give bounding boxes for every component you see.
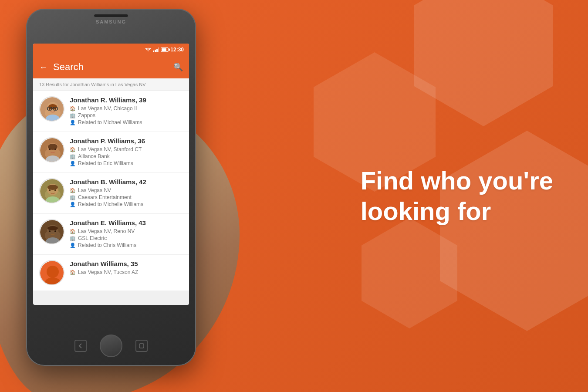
svg-rect-2 xyxy=(155,50,156,52)
back-button[interactable]: ← xyxy=(39,63,48,71)
avatar-image-5 xyxy=(40,261,64,285)
nav-recent-icon xyxy=(139,343,145,349)
svg-rect-3 xyxy=(156,49,158,52)
list-item[interactable]: Jonathan Williams, 35 🏠 Las Vegas NV, Tu… xyxy=(33,255,189,291)
samsung-brand: SAMSUNG xyxy=(68,19,155,24)
person-employer: 🏢 Zappos xyxy=(70,112,183,118)
person-employer: 🏢 Alliance Bank xyxy=(70,153,183,159)
avatar-image-1 xyxy=(40,97,64,122)
person-location: 🏠 Las Vegas NV, Chicago IL xyxy=(70,105,183,112)
status-icons: 12:30 xyxy=(145,47,184,53)
avatar xyxy=(39,178,64,203)
person-name: Jonathan E. Williams, 43 xyxy=(70,219,183,226)
home-icon: 🏠 xyxy=(70,229,76,234)
location-text: Las Vegas NV xyxy=(78,187,111,193)
list-item[interactable]: Jonathan B. Williams, 42 🏠 Las Vegas NV … xyxy=(33,173,189,214)
battery-icon xyxy=(161,47,169,52)
wifi-icon xyxy=(145,47,151,52)
avatar-image-2 xyxy=(40,138,64,162)
location-text: Las Vegas NV, Chicago IL xyxy=(78,105,139,112)
employer-text: Caesars Entertainment xyxy=(78,194,132,200)
tagline: Find who you're looking for xyxy=(361,166,553,226)
home-icon: 🏠 xyxy=(70,147,76,152)
phone-top: SAMSUNG xyxy=(68,14,155,24)
people-icon: 👤 xyxy=(70,120,76,125)
nav-recent-button[interactable] xyxy=(135,340,148,352)
person-related: 👤 Related to Chris Williams xyxy=(70,242,183,248)
employer-text: GSL Electric xyxy=(78,235,107,241)
person-info: Jonathan E. Williams, 43 🏠 Las Vegas NV,… xyxy=(70,219,183,249)
svg-point-19 xyxy=(49,149,51,150)
related-text: Related to Chris Williams xyxy=(78,242,136,248)
person-related: 👤 Related to Michael Williams xyxy=(70,119,183,125)
svg-point-12 xyxy=(49,108,51,110)
tagline-line2: looking for xyxy=(361,197,491,225)
list-item[interactable]: Jonathan P. Williams, 36 🏠 Las Vegas NV,… xyxy=(33,132,189,173)
avatar xyxy=(39,96,64,122)
svg-marker-0 xyxy=(147,51,149,51)
nav-home-button[interactable] xyxy=(100,335,122,357)
people-icon: 👤 xyxy=(70,161,76,166)
related-text: Related to Eric Williams xyxy=(78,160,133,166)
work-icon: 🏢 xyxy=(70,236,76,241)
person-location: 🏠 Las Vegas NV, Tucson AZ xyxy=(70,269,183,275)
employer-text: Zappos xyxy=(78,112,95,118)
person-employer: 🏢 GSL Electric xyxy=(70,235,183,241)
speaker-grill xyxy=(94,14,128,17)
location-text: Las Vegas NV, Tucson AZ xyxy=(78,269,138,275)
svg-rect-4 xyxy=(158,47,159,52)
svg-point-25 xyxy=(47,185,58,190)
employer-text: Alliance Bank xyxy=(78,153,110,159)
work-icon: 🏢 xyxy=(70,113,76,118)
person-employer: 🏢 Caesars Entertainment xyxy=(70,194,183,200)
list-item[interactable]: Jonathan E. Williams, 43 🏠 Las Vegas NV,… xyxy=(33,214,189,255)
search-icon[interactable]: 🔍 xyxy=(173,62,183,72)
results-count: 13 Results for Jonathan Williams in Las … xyxy=(33,78,189,91)
screen-title: Search xyxy=(53,61,168,73)
person-info: Jonathan R. Williams, 39 🏠 Las Vegas NV,… xyxy=(70,96,183,126)
svg-point-32 xyxy=(47,226,58,230)
people-icon: 👤 xyxy=(70,243,76,248)
avatar-image-3 xyxy=(40,179,64,203)
phone-wrapper: SAMSUNG xyxy=(0,0,270,392)
svg-point-34 xyxy=(54,230,56,232)
home-icon: 🏠 xyxy=(70,106,76,112)
avatar xyxy=(39,219,64,244)
phone-screen: 12:30 ← Search 🔍 13 Results for Jonathan… xyxy=(33,44,189,305)
avatar xyxy=(39,260,64,285)
list-item[interactable]: Jonathan R. Williams, 39 🏠 Las Vegas NV,… xyxy=(33,91,189,132)
work-icon: 🏢 xyxy=(70,195,76,200)
svg-rect-1 xyxy=(153,51,154,52)
related-text: Related to Michelle Williams xyxy=(78,201,143,207)
nav-back-icon xyxy=(78,343,84,349)
nav-back-button[interactable] xyxy=(74,340,87,352)
svg-point-33 xyxy=(49,230,51,232)
avatar xyxy=(39,137,64,162)
svg-rect-39 xyxy=(139,344,144,348)
person-name: Jonathan P. Williams, 36 xyxy=(70,137,183,145)
status-bar: 12:30 xyxy=(33,44,189,56)
person-related: 👤 Related to Michelle Williams xyxy=(70,201,183,207)
person-name: Jonathan Williams, 35 xyxy=(70,260,183,267)
svg-point-26 xyxy=(49,189,51,191)
home-icon: 🏠 xyxy=(70,270,76,275)
phone-bottom-nav xyxy=(74,335,148,357)
phone-frame: SAMSUNG xyxy=(26,9,196,366)
work-icon: 🏢 xyxy=(70,154,76,159)
location-text: Las Vegas NV, Stanford CT xyxy=(78,146,142,152)
avatar-image-4 xyxy=(40,220,64,244)
person-location: 🏠 Las Vegas NV, Reno NV xyxy=(70,228,183,234)
status-time: 12:30 xyxy=(170,47,184,53)
app-header: ← Search 🔍 xyxy=(33,56,189,78)
person-related: 👤 Related to Eric Williams xyxy=(70,160,183,166)
person-location: 🏠 Las Vegas NV xyxy=(70,187,183,193)
person-info: Jonathan P. Williams, 36 🏠 Las Vegas NV,… xyxy=(70,137,183,167)
location-text: Las Vegas NV, Reno NV xyxy=(78,228,135,234)
person-location: 🏠 Las Vegas NV, Stanford CT xyxy=(70,146,183,152)
person-name: Jonathan B. Williams, 42 xyxy=(70,178,183,186)
person-info: Jonathan Williams, 35 🏠 Las Vegas NV, Tu… xyxy=(70,260,183,276)
person-name: Jonathan R. Williams, 39 xyxy=(70,96,183,104)
hex-decoration-3 xyxy=(440,131,588,331)
signal-icon xyxy=(153,47,159,52)
people-icon: 👤 xyxy=(70,202,76,207)
